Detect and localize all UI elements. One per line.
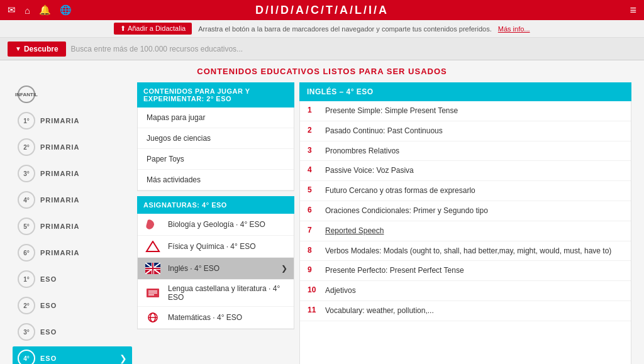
grade-label: PRIMARIA [40,249,79,256]
fisica-icon [144,240,162,253]
subject-item-fisica[interactable]: Física y Química · 4° ESO [138,236,294,258]
descubre-label: Descubre [24,45,58,53]
list-item[interactable]: 2 Pasado Continuo: Past Continuous [300,121,631,141]
subject-item-ingles[interactable]: Inglés · 4° ESO ❯ [138,258,294,280]
item-number: 6 [308,206,319,214]
list-item[interactable]: 7 Reported Speech [300,221,631,241]
grade-label: ESO [40,275,57,283]
item-number: 11 [308,306,319,314]
grade-circle: 6° [18,244,35,262]
grade-label: ESO [40,355,57,362]
add-to-didactalia-button[interactable]: ⬆ Añadir a Didactalia [114,23,192,35]
list-item[interactable]: 6 Oraciones Condicionales: Primer y Segu… [300,201,631,221]
descubre-button[interactable]: ▼ Descubre [8,41,66,57]
grade-circle: 5° [18,218,35,235]
grade-circle: 2° [18,297,35,314]
grade-item-2prim[interactable]: 2° PRIMARIA [13,135,132,159]
grade-item-1prim[interactable]: 1° PRIMARIA [13,109,132,133]
grade-item-3eso[interactable]: 3° ESO [13,320,132,344]
grade-arrow-icon: ❯ [119,353,127,363]
mid-item-juegos[interactable]: Juegos de ciencias [138,128,294,149]
list-item[interactable]: 3 Pronombres Relativos [300,141,631,162]
item-number: 4 [308,165,319,174]
top-navigation: ✉ ⌂ 🔔 🌐 D/I/D/A/C/T/A/L/I/A ≡ [0,0,644,20]
subject-arrow-icon: ❯ [281,264,287,273]
item-number: 10 [308,285,319,294]
grade-label: PRIMARIA [40,170,79,177]
subject-label: Matemáticas · 4° ESO [168,313,242,322]
grade-item-6prim[interactable]: 6° PRIMARIA [13,241,132,265]
mates-icon [144,311,162,324]
grade-circle: 3° [18,165,35,182]
list-item[interactable]: 1 Presente Simple: Simple Present Tense [300,101,631,121]
grade-item-4prim[interactable]: 4° PRIMARIA [13,188,132,212]
grade-circle: 1° [18,270,35,288]
biologia-icon [144,218,162,231]
subject-label: Biología y Geología · 4° ESO [168,220,265,229]
subject-item-lengua[interactable]: Lengua castellana y literatura · 4° ESO [138,280,294,307]
list-item[interactable]: 8 Verbos Modales: Modals (ought to, shal… [300,241,631,262]
mid-item-paper-toys[interactable]: Paper Toys [138,149,294,170]
grade-label: PRIMARIA [40,117,79,124]
grade-item-5prim[interactable]: 5° PRIMARIA [13,214,132,238]
item-text: Reported Speech [325,226,623,236]
grade-item-2eso[interactable]: 2° ESO [13,294,132,317]
item-number: 8 [308,246,319,255]
grades-list: INFANTIL 1° PRIMARIA 2° PRIMARIA 3° PRIM… [13,82,132,364]
svg-marker-0 [147,241,159,251]
ingles-icon [144,262,162,275]
columns-container: INFANTIL 1° PRIMARIA 2° PRIMARIA 3° PRIM… [13,82,631,364]
section2-title: ASIGNATURAS: 4° ESO [137,196,294,214]
grade-circle: INFANTIL [18,85,35,103]
grade-circle: 1° [18,112,35,130]
grade-label: ESO [40,328,57,336]
item-number: 3 [308,146,319,155]
grade-item-3prim[interactable]: 3° PRIMARIA [13,162,132,185]
right-column-title: INGLÉS – 4° ESO [299,82,631,101]
menu-icon[interactable]: ≡ [630,4,636,17]
home-icon[interactable]: ⌂ [25,5,30,16]
subject-item-biologia[interactable]: Biología y Geología · 4° ESO [138,214,294,236]
grade-circle: 2° [18,138,35,156]
item-number: 7 [308,226,319,234]
item-text: Passive Voice: Voz Pasiva [325,165,623,176]
item-text: Presente Perfecto: Present Perfect Tense [325,265,623,276]
list-item[interactable]: 10 Adjetivos [300,281,631,301]
main-content: CONTENIDOS EDUCATIVOS LISTOS PARA SER US… [0,60,644,364]
grade-label: PRIMARIA [40,223,79,230]
globe-icon[interactable]: 🌐 [60,4,72,16]
grade-circle: 3° [18,323,35,341]
subject-item-mates[interactable]: Matemáticas · 4° ESO [138,307,294,329]
subject-label: Inglés · 4° ESO [168,264,219,273]
grade-item-4eso[interactable]: 4° ESO ❯ [13,346,132,364]
list-item[interactable]: 9 Presente Perfecto: Present Perfect Ten… [300,261,631,281]
right-items-list: 1 Presente Simple: Simple Present Tense … [299,101,631,364]
subject-label: Física y Química · 4° ESO [168,242,256,251]
bell-icon[interactable]: 🔔 [39,4,51,16]
item-number: 9 [308,265,319,274]
envelope-icon[interactable]: ✉ [8,4,16,16]
lengua-icon [144,287,162,299]
mid-item-mapas[interactable]: Mapas para jugar [138,108,294,128]
subject-label: Lengua castellana y literatura · 4° ESO [168,284,287,302]
section2-items: Biología y Geología · 4° ESO Física y Qu… [137,214,294,329]
section1-items: Mapas para jugar Juegos de ciencias Pape… [137,108,294,191]
mid-item-mas-actividades[interactable]: Más actividades [138,170,294,190]
right-column: INGLÉS – 4° ESO 1 Presente Simple: Simpl… [299,82,631,364]
section1-title: CONTENIDOS PARA JUGAR Y EXPERIMENTAR: 2°… [137,82,294,108]
more-info-link[interactable]: Más info... [498,25,530,33]
grade-label: PRIMARIA [40,143,79,151]
item-text: Presente Simple: Simple Present Tense [325,106,623,116]
grade-circle: 4° [18,191,35,209]
item-text: Oraciones Condicionales: Primer y Segund… [325,206,623,216]
grade-label: ESO [40,302,57,309]
item-number: 5 [308,185,319,194]
list-item[interactable]: 5 Futuro Cercano y otras formas de expre… [300,181,631,201]
list-item[interactable]: 11 Vocabulary: weather, pollution,... [300,301,631,321]
grade-item-1eso[interactable]: 1° ESO [13,267,132,291]
grade-item-infantil[interactable]: INFANTIL [13,82,132,106]
item-number: 2 [308,126,319,135]
list-item[interactable]: 4 Passive Voice: Voz Pasiva [300,161,631,181]
item-text: Futuro Cercano y otras formas de expresa… [325,185,623,196]
search-placeholder: Busca entre más de 100.000 recursos educ… [71,45,243,53]
